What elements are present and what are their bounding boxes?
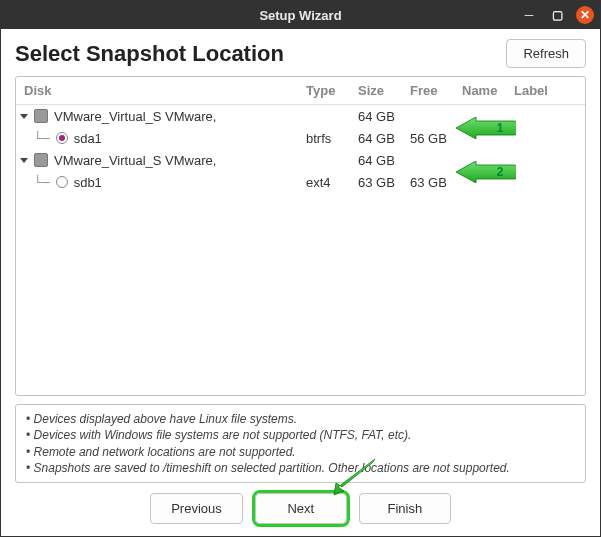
partition-size: 64 GB [358,131,410,146]
minimize-icon[interactable]: ─ [520,6,538,24]
disk-list: Disk Type Size Free Name Label VMware_Vi… [15,76,586,396]
maximize-icon[interactable]: ▢ [548,6,566,24]
disk-icon [34,153,48,167]
previous-button[interactable]: Previous [150,493,243,524]
close-icon[interactable]: ✕ [576,6,594,24]
note-line: • Snapshots are saved to /timeshift on s… [26,460,575,476]
radio-unselected[interactable] [56,176,68,188]
disk-icon [34,109,48,123]
fs-type: btrfs [306,131,358,146]
annotation-callout-1: 1 [456,117,516,139]
svg-text:2: 2 [497,165,504,179]
tree-branch-icon: └─ [34,175,50,190]
partition-free: 56 GB [410,131,462,146]
window-title: Setup Wizard [259,8,341,23]
svg-text:1: 1 [497,121,504,135]
next-button[interactable]: Next [255,493,347,524]
col-free[interactable]: Free [410,83,462,98]
col-disk[interactable]: Disk [16,83,306,98]
titlebar: Setup Wizard ─ ▢ ✕ [1,1,600,29]
fs-type: ext4 [306,175,358,190]
chevron-down-icon[interactable] [20,158,28,163]
disk-size: 64 GB [358,153,410,168]
note-line: • Remote and network locations are not s… [26,444,575,460]
disk-label: VMware_Virtual_S VMware, [54,153,216,168]
radio-selected[interactable] [56,132,68,144]
note-line: • Devices with Windows file systems are … [26,427,575,443]
annotation-callout-2: 2 [456,161,516,183]
col-name[interactable]: Name [462,83,514,98]
col-size[interactable]: Size [358,83,410,98]
disk-label: VMware_Virtual_S VMware, [54,109,216,124]
page-title: Select Snapshot Location [15,41,284,67]
wizard-buttons: Previous Next Finish [15,483,586,528]
chevron-down-icon[interactable] [20,114,28,119]
partition-size: 63 GB [358,175,410,190]
col-type[interactable]: Type [306,83,358,98]
partition-free: 63 GB [410,175,462,190]
notes-panel: • Devices displayed above have Linux fil… [15,404,586,483]
partition-label: sda1 [74,131,102,146]
window-controls: ─ ▢ ✕ [520,6,594,24]
refresh-button[interactable]: Refresh [506,39,586,68]
disk-size: 64 GB [358,109,410,124]
note-line: • Devices displayed above have Linux fil… [26,411,575,427]
partition-label: sdb1 [74,175,102,190]
finish-button[interactable]: Finish [359,493,451,524]
tree-branch-icon: └─ [34,131,50,146]
col-label[interactable]: Label [514,83,585,98]
column-headers: Disk Type Size Free Name Label [16,77,585,105]
